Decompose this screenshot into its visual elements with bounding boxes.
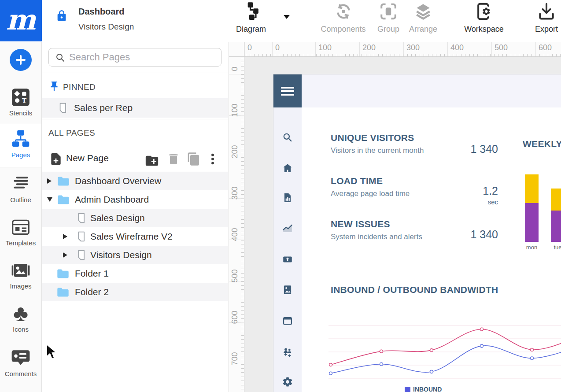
hamburger-icon xyxy=(281,94,294,96)
ruler-corner xyxy=(229,42,244,57)
top-toolbar: m Dashboard Visitors Design Diagram Comp… xyxy=(0,0,561,42)
components-icon xyxy=(334,2,353,21)
tree-label: Dashboard Overview xyxy=(75,172,161,190)
group-label: Group xyxy=(373,25,404,34)
club-icon: ♣ xyxy=(0,301,41,325)
page-icon xyxy=(75,231,87,242)
sidebar-item-comments[interactable]: Comments xyxy=(0,348,41,377)
workspace-button[interactable]: Workspace xyxy=(460,2,508,34)
project-title: Dashboard xyxy=(78,7,124,16)
sidebar-item-outline[interactable]: Outline xyxy=(0,174,41,203)
components-button[interactable]: Components xyxy=(314,2,373,34)
bar-segment-yellow xyxy=(551,189,561,211)
pages-label: Pages xyxy=(0,151,41,159)
stat-value: 1 340 xyxy=(470,228,498,241)
tree-caret[interactable] xyxy=(63,234,67,239)
arrange-icon xyxy=(413,2,433,21)
tree-label: Folder 2 xyxy=(75,283,109,301)
pinned-page-row[interactable]: Sales per Rep xyxy=(42,98,228,118)
tree-caret[interactable] xyxy=(47,197,52,202)
pinned-page-label: Sales per Rep xyxy=(74,98,133,118)
bar-category-label: mon xyxy=(523,244,541,251)
diagram-dropdown-caret[interactable] xyxy=(284,15,290,19)
tree-caret[interactable] xyxy=(63,252,67,258)
bar-segment-yellow xyxy=(525,174,539,203)
stat-title: LOAD TIME xyxy=(331,176,502,186)
stat-load-time: LOAD TIME Average page load time xyxy=(331,176,502,198)
upload-icon xyxy=(282,253,293,265)
tree-label: Sales Wireframe V2 xyxy=(90,227,173,246)
folder-icon xyxy=(57,194,70,205)
home-icon xyxy=(282,163,293,174)
divider xyxy=(42,119,228,119)
mockup-top-band xyxy=(273,74,561,107)
search-icon xyxy=(282,132,293,143)
new-folder-icon[interactable] xyxy=(144,153,159,168)
export-label: Export xyxy=(527,25,561,34)
group-icon xyxy=(379,2,398,21)
tree-row-folder-1[interactable]: Folder 1 xyxy=(42,264,228,283)
search-pages-input[interactable] xyxy=(68,49,215,65)
folder-icon xyxy=(56,268,70,279)
comments-label: Comments xyxy=(0,370,41,377)
sidebar-item-images[interactable]: Images xyxy=(0,260,41,290)
tree-row-folder-2[interactable]: Folder 2 xyxy=(42,283,228,301)
search-icon xyxy=(55,52,66,63)
current-page-title: Visitors Design xyxy=(78,22,134,31)
export-button[interactable]: Export xyxy=(527,2,561,34)
export-icon xyxy=(537,2,556,21)
page-icon xyxy=(75,212,87,224)
divider xyxy=(42,73,228,73)
sidebar-item-stencils[interactable]: T Stencils xyxy=(0,87,41,117)
page-icon xyxy=(75,249,87,261)
trend-icon xyxy=(282,222,293,234)
stat-value: 1 340 xyxy=(470,143,498,155)
vertical-ruler: 0100200300400500600700 xyxy=(229,57,244,392)
tree-caret[interactable] xyxy=(47,178,52,184)
tree-label: Sales Design xyxy=(90,209,145,227)
comments-icon xyxy=(11,348,31,368)
stat-unit: sec xyxy=(483,198,498,206)
artboard[interactable]: UNIQUE VISITORS Visitors in the current … xyxy=(273,74,561,392)
weekly-chart-title: WEEKLY V xyxy=(523,139,561,149)
tree-label: Visitors Design xyxy=(90,246,152,264)
diagram-icon xyxy=(241,2,261,21)
add-stencil-button[interactable] xyxy=(10,49,32,71)
templates-icon xyxy=(11,217,31,237)
sidebar-item-pages[interactable]: Pages xyxy=(0,129,41,159)
tree-row-sales-wireframe-v2[interactable]: Sales Wireframe V2 xyxy=(42,227,228,246)
diagram-tool-button[interactable]: Diagram xyxy=(231,2,271,34)
sidebar-item-icons[interactable]: ♣ Icons xyxy=(0,301,41,333)
group-button[interactable]: Group xyxy=(373,2,404,34)
divider xyxy=(42,171,228,171)
tree-row-sales-design[interactable]: Sales Design xyxy=(42,209,228,227)
search-pages-box[interactable] xyxy=(48,48,221,67)
moqups-logo[interactable]: m xyxy=(0,0,42,41)
new-page-label[interactable]: New Page xyxy=(66,153,109,163)
bar-segment-purple xyxy=(551,211,561,242)
delete-icon[interactable] xyxy=(166,152,181,166)
tree-row-dashboard-overview[interactable]: Dashboard Overview xyxy=(42,172,228,190)
tree-row-visitors-design[interactable]: Visitors Design xyxy=(42,246,228,264)
arrange-label: Arrange xyxy=(406,25,441,34)
bandwidth-line-chart xyxy=(273,295,561,392)
arrange-button[interactable]: Arrange xyxy=(406,2,441,34)
document-title[interactable]: Dashboard Visitors Design xyxy=(78,4,134,34)
workspace-label: Workspace xyxy=(460,25,508,34)
all-pages-header: ALL PAGES xyxy=(48,128,95,138)
pinned-header: PINNED xyxy=(63,82,96,92)
more-options-icon[interactable] xyxy=(206,152,220,166)
image-icon xyxy=(282,284,293,296)
tree-label: Folder 1 xyxy=(75,264,109,283)
svg-text:T: T xyxy=(22,97,26,104)
outline-icon xyxy=(11,174,31,194)
pin-icon xyxy=(48,81,60,92)
mouse-cursor xyxy=(46,344,61,361)
pages-panel: PINNED Sales per Rep ALL PAGES New Page … xyxy=(42,42,229,392)
tree-row-admin-dashboard[interactable]: Admin Dashboard xyxy=(42,190,228,209)
sidebar-item-templates[interactable]: Templates xyxy=(0,217,41,247)
duplicate-icon[interactable] xyxy=(187,152,201,166)
tree-label: Admin Dashboard xyxy=(75,190,149,209)
new-page-icon[interactable] xyxy=(49,152,63,166)
lock-icon[interactable] xyxy=(55,10,68,22)
